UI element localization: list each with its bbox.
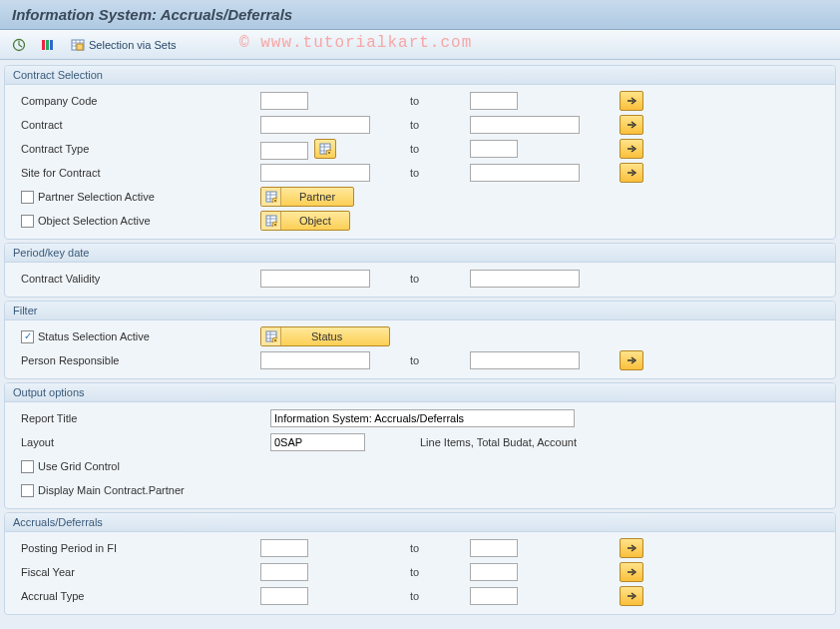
input-site-to[interactable]: [470, 164, 580, 182]
label-accrual-type: Accrual Type: [11, 590, 260, 602]
expand-icon: [261, 188, 281, 206]
label-layout: Layout: [11, 436, 270, 448]
input-report-title[interactable]: [270, 409, 575, 427]
input-company-code-to[interactable]: [470, 92, 518, 110]
multi-select-contract[interactable]: [620, 115, 643, 135]
svg-rect-4: [46, 40, 49, 50]
label-fiscal-year: Fiscal Year: [11, 566, 260, 578]
expand-icon: [261, 212, 281, 230]
input-validity-from[interactable]: [260, 270, 370, 288]
to-label: to: [410, 590, 470, 602]
svg-rect-7: [77, 44, 83, 50]
layout-info-text: Line Items, Total Budat, Account: [365, 436, 577, 448]
svg-rect-3: [42, 40, 45, 50]
label-main-partner: Display Main Contract.Partner: [38, 484, 185, 496]
checkbox-status-selection[interactable]: ✓: [21, 330, 34, 343]
watermark-text: © www.tutorialkart.com: [239, 34, 472, 52]
input-person-from[interactable]: [260, 351, 370, 369]
to-label: to: [410, 354, 470, 366]
toolbar: Selection via Sets © www.tutorialkart.co…: [0, 30, 840, 60]
group-title-filter: Filter: [5, 302, 835, 320]
checkbox-partner-selection[interactable]: [21, 191, 34, 204]
to-label: to: [410, 273, 470, 285]
label-posting-period: Posting Period in FI: [11, 542, 260, 554]
group-title-period: Period/key date: [5, 244, 835, 263]
label-contract-type: Contract Type: [11, 143, 260, 155]
to-label: to: [410, 119, 470, 131]
to-label: to: [410, 566, 470, 578]
to-label: to: [410, 167, 470, 179]
input-accrual-type-from[interactable]: [260, 587, 308, 605]
label-contract-validity: Contract Validity: [11, 273, 260, 285]
to-label: to: [410, 95, 470, 107]
selection-via-sets-label: Selection via Sets: [89, 39, 176, 51]
multi-select-posting-period[interactable]: [620, 538, 643, 558]
input-person-to[interactable]: [470, 351, 580, 369]
input-contract-type-to[interactable]: [470, 140, 518, 158]
group-period: Period/key date Contract Validity to: [4, 243, 836, 298]
input-posting-period-to[interactable]: [470, 539, 518, 557]
button-partner-label: Partner: [281, 191, 353, 203]
button-status[interactable]: Status: [260, 326, 390, 346]
checkbox-grid-control[interactable]: [21, 460, 34, 473]
to-label: to: [410, 542, 470, 554]
input-contract-type-from[interactable]: [260, 142, 308, 160]
input-company-code-from[interactable]: [260, 92, 308, 110]
multi-select-accrual-type[interactable]: [620, 586, 643, 606]
checkbox-main-partner[interactable]: [21, 484, 34, 497]
group-contract-selection: Contract Selection Company Code to Contr…: [4, 65, 836, 240]
to-label: to: [410, 143, 470, 155]
label-partner-selection: Partner Selection Active: [38, 191, 155, 203]
label-person-responsible: Person Responsible: [11, 354, 260, 366]
execute-icon[interactable]: [8, 34, 30, 56]
input-posting-period-from[interactable]: [260, 539, 308, 557]
multi-select-contract-type[interactable]: [620, 139, 643, 159]
page-title: Information System: Accruals/Deferrals: [0, 0, 840, 30]
multi-select-company-code[interactable]: [620, 91, 643, 111]
input-contract-to[interactable]: [470, 116, 580, 134]
group-output: Output options Report Title Layout Line …: [4, 382, 836, 509]
label-company-code: Company Code: [11, 95, 260, 107]
multi-select-site[interactable]: [620, 163, 643, 183]
label-contract: Contract: [11, 119, 260, 131]
input-fiscal-year-to[interactable]: [470, 563, 518, 581]
group-filter: Filter ✓ Status Selection Active Status …: [4, 301, 836, 379]
input-accrual-type-to[interactable]: [470, 587, 518, 605]
input-contract-from[interactable]: [260, 116, 370, 134]
input-site-from[interactable]: [260, 164, 370, 182]
value-help-contract-type[interactable]: [314, 139, 336, 159]
multi-select-fiscal-year[interactable]: [620, 562, 643, 582]
button-status-label: Status: [281, 330, 372, 342]
group-accruals: Accruals/Deferrals Posting Period in FI …: [4, 512, 836, 615]
group-title-output: Output options: [5, 383, 835, 402]
selection-via-sets-button[interactable]: Selection via Sets: [64, 35, 183, 55]
label-grid-control: Use Grid Control: [38, 460, 120, 472]
input-fiscal-year-from[interactable]: [260, 563, 308, 581]
button-object-label: Object: [281, 215, 349, 227]
expand-icon: [261, 327, 281, 345]
button-partner[interactable]: Partner: [260, 187, 354, 207]
multi-select-person[interactable]: [620, 350, 643, 370]
group-title-accruals: Accruals/Deferrals: [5, 513, 835, 532]
checkbox-object-selection[interactable]: [21, 215, 34, 228]
label-report-title: Report Title: [11, 412, 270, 424]
group-title-contract: Contract Selection: [5, 66, 835, 85]
label-object-selection: Object Selection Active: [38, 215, 151, 227]
button-object[interactable]: Object: [260, 211, 350, 231]
svg-rect-5: [50, 40, 53, 50]
variant-icon[interactable]: [36, 34, 58, 56]
input-layout[interactable]: [270, 433, 365, 451]
label-site-for-contract: Site for Contract: [11, 167, 260, 179]
input-validity-to[interactable]: [470, 270, 580, 288]
label-status-selection: Status Selection Active: [38, 330, 150, 342]
